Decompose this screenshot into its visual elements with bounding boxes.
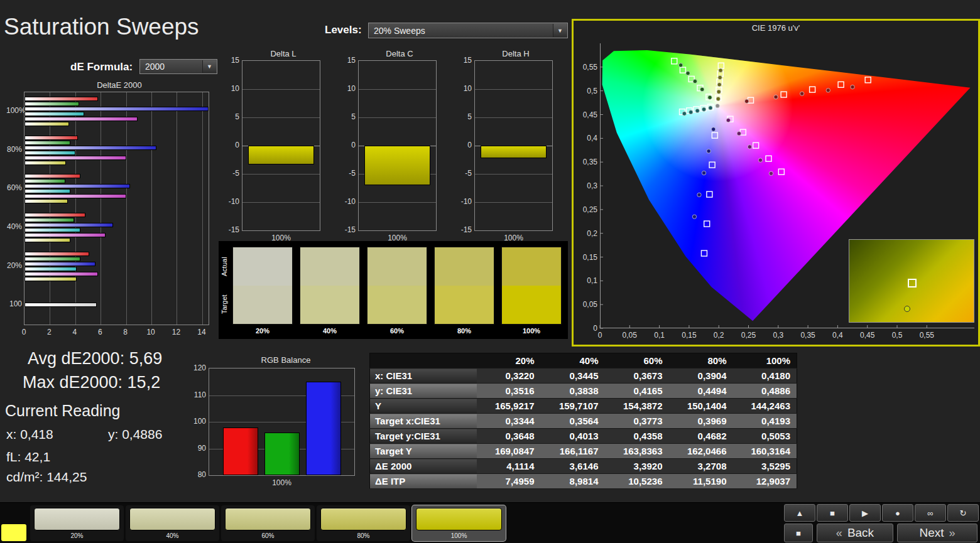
- cie-measurement-dot: [709, 106, 712, 110]
- cie-measurement-dot: [711, 127, 715, 131]
- eject-button[interactable]: ▲: [784, 504, 815, 522]
- target-row-label: Target: [220, 286, 228, 323]
- cie-target-square: [810, 87, 815, 92]
- refresh-button[interactable]: ↻: [947, 504, 979, 522]
- x-tick-label: 14: [195, 328, 208, 336]
- gridline: [475, 89, 552, 90]
- back-button[interactable]: « Back: [817, 524, 893, 542]
- patch-button-40%[interactable]: 40%: [126, 505, 219, 541]
- de-bar-yellow: [24, 277, 77, 281]
- table-cell: 0,5053: [733, 429, 797, 444]
- cie-x-tick: 0,5: [887, 331, 907, 340]
- de-bar-blue: [24, 184, 130, 188]
- y-tick-label: 120: [187, 363, 206, 372]
- patch-button-20%[interactable]: 20%: [30, 505, 124, 541]
- de-formula-dropdown[interactable]: 2000 ▼: [139, 59, 217, 74]
- cie-measurement-dot: [717, 90, 721, 94]
- cie-x-tick: 0,2: [709, 331, 729, 340]
- swatch-column-100%: [501, 247, 562, 325]
- patch-label: 60%: [221, 532, 315, 539]
- cie-y-tick: 0,5: [576, 87, 597, 95]
- gridline: [50, 92, 50, 325]
- continuous-button[interactable]: ∞: [915, 504, 946, 522]
- table-cell: 0,3220: [477, 368, 541, 384]
- y-tick-label: 10: [224, 84, 239, 93]
- gridline: [126, 92, 127, 325]
- y-tick-label: -5: [340, 169, 356, 178]
- play-button[interactable]: ▶: [849, 504, 881, 522]
- stop-measurement-button[interactable]: ■: [784, 524, 813, 542]
- table-cell: 0,4358: [605, 429, 669, 444]
- table-row-label: x: CIE31: [370, 368, 477, 384]
- cie-1976-chart: CIE 1976 u'v' 000,050,050,10,10,150,150,…: [572, 19, 980, 347]
- deltae-plot-area: [24, 92, 209, 325]
- cie-measurement-dot: [708, 95, 712, 99]
- rgb-x-label: 100%: [209, 478, 355, 487]
- table-cell: 166,1167: [541, 444, 605, 459]
- cie-target-square: [704, 221, 710, 227]
- swatch-column-label: 20%: [232, 327, 293, 335]
- table-cell: 163,8363: [605, 444, 669, 459]
- table-row: Target y:CIE310,36480,40130,43580,46820,…: [370, 429, 797, 444]
- measurement-table: 20%40%60%80%100%x: CIE310,32200,34450,36…: [369, 353, 797, 489]
- table-cell: 159,7107: [541, 399, 605, 414]
- cie-measurement-dot: [826, 89, 830, 92]
- gridline: [475, 202, 552, 203]
- cie-target-square: [753, 142, 759, 148]
- x-tick-label: 4: [68, 328, 81, 336]
- deltae-chart-title: DeltaE 2000: [6, 80, 215, 90]
- de-bar-cyan: [24, 112, 84, 116]
- cie-measurement-dot: [692, 215, 696, 218]
- y-tick-label: 5: [224, 112, 239, 121]
- current-patch-swatch: [1, 524, 26, 541]
- y-tick-label: 80: [187, 470, 206, 479]
- de-bar-magenta: [24, 156, 126, 160]
- patch-label: 80%: [317, 532, 410, 539]
- cie-y-tick: 0,15: [576, 253, 597, 262]
- levels-dropdown[interactable]: 20% Sweeps ▼: [368, 23, 568, 38]
- reading-cdm2: cd/m²: 144,25: [6, 470, 87, 485]
- de-bar-magenta: [24, 117, 138, 121]
- stop-button[interactable]: ■: [817, 504, 848, 522]
- cie-measurement-dot: [686, 71, 690, 75]
- table-cell: 0,3673: [605, 368, 669, 384]
- next-button[interactable]: Next »: [897, 524, 977, 542]
- y-tick-label: 5: [340, 112, 356, 121]
- stop-icon: ■: [830, 508, 835, 518]
- delta-h-title: Delta H: [457, 49, 557, 58]
- y-tick-label: 100: [6, 299, 22, 308]
- cie-measurement-dot: [769, 171, 773, 175]
- gridline: [242, 89, 320, 90]
- patch-label: 40%: [126, 532, 219, 539]
- gridline: [101, 92, 101, 325]
- table-cell: 3,6146: [541, 459, 605, 474]
- cie-target-square: [718, 63, 724, 68]
- table-cell: 0,4494: [669, 384, 733, 399]
- reading-fl: fL: 42,1: [6, 449, 50, 465]
- next-arrow-icon: »: [949, 527, 956, 540]
- cie-y-tick: 0,55: [576, 63, 597, 72]
- cie-y-tick: 0,25: [576, 205, 597, 214]
- patch-button-100%[interactable]: 100%: [412, 505, 506, 541]
- y-tick-label: 80%: [6, 145, 22, 154]
- de-bar-yellow: [24, 161, 66, 165]
- x-tick-label: 2: [43, 328, 55, 336]
- actual-swatch: [368, 247, 427, 286]
- y-tick-label: 100%: [6, 106, 22, 115]
- cie-y-tick: 0,4: [576, 134, 597, 142]
- patch-button-60%[interactable]: 60%: [221, 505, 315, 541]
- y-tick-label: 60%: [6, 183, 22, 192]
- de-bar-magenta: [24, 194, 126, 198]
- rgb-bar-blue: [306, 382, 341, 475]
- patch-button-80%[interactable]: 80%: [317, 505, 410, 541]
- de-bar-cyan: [24, 267, 77, 271]
- record-button[interactable]: ●: [882, 504, 913, 522]
- current-reading-title: Current Reading: [5, 402, 120, 420]
- target-swatch: [233, 286, 292, 324]
- de-bar-blue: [24, 107, 209, 111]
- y-tick-label: -10: [457, 197, 472, 206]
- y-tick-label: 0: [457, 141, 472, 149]
- cie-target-square: [707, 191, 712, 197]
- table-row-label: ΔE 2000: [370, 459, 477, 474]
- table-cell: 4,1114: [477, 459, 541, 474]
